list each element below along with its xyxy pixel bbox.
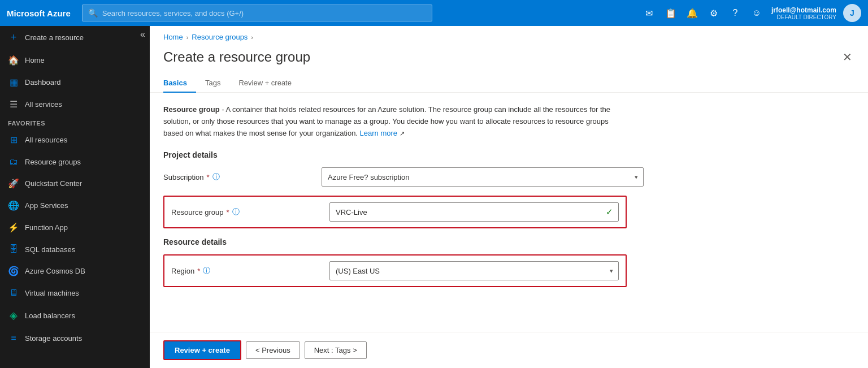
sidebar-item-label: All resources — [25, 136, 67, 144]
nav-icons: ✉ 📋 🔔 ⚙ ? ☺ jrfoell@hotmail.com DEFAULT … — [640, 4, 861, 22]
app-services-icon: 🌐 — [8, 200, 19, 211]
sidebar-item-all-services[interactable]: ☰ All services — [0, 93, 150, 115]
breadcrumb-home[interactable]: Home — [163, 33, 183, 41]
cosmos-icon: 🌀 — [8, 266, 19, 276]
description-bold: Resource group — [163, 105, 220, 114]
tab-tags[interactable]: Tags — [196, 74, 229, 93]
quickstart-icon: 🚀 — [8, 178, 19, 189]
sidebar-item-label: App Services — [25, 201, 68, 210]
all-services-icon: ☰ — [8, 99, 19, 110]
resource-group-select[interactable]: VRC-Live — [329, 202, 619, 222]
page-header: Create a resource group ✕ — [150, 45, 868, 74]
main-layout: « + Create a resource 🏠 Home ▦ Dashboard… — [0, 26, 868, 368]
sidebar-item-label: Dashboard — [25, 78, 61, 86]
sidebar-item-all-resources[interactable]: ⊞ All resources — [0, 129, 150, 151]
favorites-label: FAVORITES — [8, 120, 45, 127]
sidebar-item-label: Load balancers — [25, 311, 75, 320]
sidebar-item-label: Azure Cosmos DB — [25, 267, 85, 275]
favorites-section-label: FAVORITES — [0, 115, 150, 129]
subscription-select[interactable]: Azure Free? subscription — [322, 167, 644, 187]
breadcrumb-sep-1: › — [186, 34, 189, 41]
region-select[interactable]: (US) East US East US 2 West US West Euro… — [329, 261, 619, 280]
region-row: Region * ⓘ (US) East US East US 2 West U… — [171, 261, 619, 280]
breadcrumb-resource-groups[interactable]: Resource groups — [192, 33, 248, 41]
vm-icon: 🖥 — [8, 288, 19, 298]
sidebar-item-app-services[interactable]: 🌐 App Services — [0, 194, 150, 217]
all-resources-icon: ⊞ — [8, 135, 19, 145]
previous-button[interactable]: < Previous — [246, 341, 300, 359]
description-text: Resource group - A container that holds … — [163, 104, 627, 139]
function-app-icon: ⚡ — [8, 222, 19, 233]
help-icon[interactable]: ? — [726, 4, 744, 22]
resource-details-section: Resource details — [163, 237, 854, 246]
footer-buttons: Review + create < Previous Next : Tags > — [150, 332, 868, 368]
review-create-button[interactable]: Review + create — [163, 340, 241, 360]
subscription-control: Azure Free? subscription ▾ — [322, 167, 644, 187]
user-name: jrfoell@hotmail.com — [771, 6, 836, 14]
sidebar: « + Create a resource 🏠 Home ▦ Dashboard… — [0, 26, 150, 368]
next-tags-button[interactable]: Next : Tags > — [305, 341, 367, 359]
external-link-icon: ↗ — [400, 130, 405, 137]
create-resource-icon: + — [8, 32, 19, 44]
breadcrumb: Home › Resource groups › — [150, 26, 868, 45]
sidebar-item-resource-groups[interactable]: 🗂 Resource groups — [0, 151, 150, 172]
sidebar-item-label: Virtual machines — [25, 289, 79, 297]
dashboard-icon: ▦ — [8, 77, 19, 88]
sidebar-item-label: Home — [25, 56, 45, 64]
search-icon: 🔍 — [88, 8, 98, 18]
breadcrumb-sep-2: › — [251, 34, 253, 41]
resource-group-required: * — [227, 208, 229, 217]
email-icon[interactable]: ✉ — [640, 4, 658, 22]
load-balancer-icon: ◈ — [8, 309, 19, 322]
resource-group-check-icon: ✓ — [606, 207, 613, 217]
region-info-icon[interactable]: ⓘ — [203, 266, 210, 276]
home-icon: 🏠 — [8, 55, 19, 66]
region-highlight: Region * ⓘ (US) East US East US 2 West U… — [163, 254, 627, 287]
subscription-info-icon[interactable]: ⓘ — [212, 172, 220, 182]
sidebar-item-create-resource[interactable]: + Create a resource — [0, 26, 150, 49]
sidebar-item-cosmos-db[interactable]: 🌀 Azure Cosmos DB — [0, 260, 150, 282]
user-avatar[interactable]: J — [843, 4, 861, 22]
sidebar-item-label: Resource groups — [25, 158, 81, 166]
sidebar-collapse-icon[interactable]: « — [140, 29, 145, 40]
sidebar-item-storage-accounts[interactable]: ≡ Storage accounts — [0, 327, 150, 349]
form-content: Resource group - A container that holds … — [150, 93, 868, 332]
subscription-label: Subscription * ⓘ — [163, 172, 322, 182]
sidebar-item-label: SQL databases — [25, 245, 75, 254]
storage-icon: ≡ — [8, 333, 19, 343]
sidebar-item-load-balancers[interactable]: ◈ Load balancers — [0, 304, 150, 327]
tab-review-create[interactable]: Review + create — [229, 74, 301, 93]
resource-groups-icon: 🗂 — [8, 157, 19, 167]
search-bar[interactable]: 🔍 — [82, 5, 432, 21]
tab-basics[interactable]: Basics — [163, 74, 196, 93]
sidebar-item-quickstart-center[interactable]: 🚀 Quickstart Center — [0, 172, 150, 194]
sidebar-item-sql-databases[interactable]: 🗄 SQL databases — [0, 239, 150, 260]
sidebar-item-label: Storage accounts — [25, 334, 82, 343]
user-directory: DEFAULT DIRECTORY — [777, 14, 836, 20]
sidebar-item-virtual-machines[interactable]: 🖥 Virtual machines — [0, 282, 150, 304]
region-required: * — [197, 267, 200, 275]
feedback-icon[interactable]: 📋 — [662, 4, 680, 22]
sidebar-item-home[interactable]: 🏠 Home — [0, 49, 150, 71]
tabs-bar: Basics Tags Review + create — [150, 74, 868, 93]
brand-name: Microsoft Azure — [7, 8, 71, 18]
resource-group-row: Resource group * ⓘ VRC-Live ✓ — [171, 202, 619, 222]
settings-icon[interactable]: ⚙ — [705, 4, 723, 22]
sidebar-item-dashboard[interactable]: ▦ Dashboard — [0, 71, 150, 93]
top-navigation: Microsoft Azure 🔍 ✉ 📋 🔔 ⚙ ? ☺ jrfoell@ho… — [0, 0, 868, 26]
notifications-icon[interactable]: 🔔 — [683, 4, 701, 22]
region-control: (US) East US East US 2 West US West Euro… — [329, 261, 619, 280]
sidebar-item-function-app[interactable]: ⚡ Function App — [0, 217, 150, 239]
sidebar-item-label: Create a resource — [25, 33, 84, 42]
sidebar-item-label: Function App — [25, 223, 68, 232]
sidebar-item-label: Quickstart Center — [25, 179, 82, 188]
resource-group-control: VRC-Live ✓ — [329, 202, 619, 222]
feedback-smiley-icon[interactable]: ☺ — [748, 4, 766, 22]
resource-group-info-icon[interactable]: ⓘ — [232, 207, 240, 217]
search-input[interactable] — [102, 9, 426, 18]
page-title: Create a resource group — [163, 49, 310, 65]
close-button[interactable]: ✕ — [840, 49, 854, 65]
resource-group-label: Resource group * ⓘ — [171, 207, 329, 217]
user-info[interactable]: jrfoell@hotmail.com DEFAULT DIRECTORY — [771, 6, 836, 20]
learn-more-link[interactable]: Learn more — [360, 129, 397, 137]
